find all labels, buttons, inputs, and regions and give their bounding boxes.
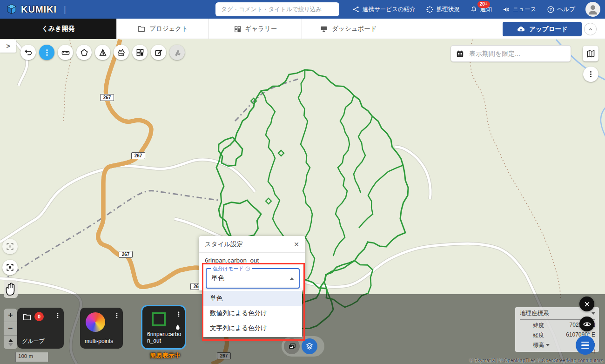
date-range-input[interactable]	[468, 49, 566, 58]
menu-option-string-column[interactable]: 文字列による色分け	[203, 321, 302, 336]
processing-icon	[426, 6, 434, 13]
map-attribution: © SkymatiX | © OpenMapTiles © OpenStreet…	[469, 357, 603, 363]
help-circle-icon[interactable]	[245, 266, 250, 271]
map-canvas[interactable]: 267 267 267 267 267 >	[0, 39, 605, 364]
pitch-toggle-button[interactable]	[4, 336, 17, 349]
top-bar: KUMIKI | 連携サービスの紹介 処理状況	[0, 0, 605, 19]
upload-button[interactable]: アップロード	[503, 22, 582, 36]
select-value: 単色	[211, 274, 224, 283]
tab-gallery-label: ギャラリー	[245, 25, 277, 33]
menu-option-numeric-column[interactable]: 数値列による色分け	[203, 306, 302, 321]
collapse-header-button[interactable]	[584, 23, 597, 35]
folder-icon	[137, 25, 146, 33]
road-badge-267: 267	[100, 94, 114, 101]
card-menu-icon[interactable]	[54, 311, 61, 320]
style-brush-button-disabled	[169, 45, 185, 60]
stream-line	[601, 107, 605, 137]
close-icon[interactable]: ✕	[294, 241, 299, 248]
tab-bar: くみき開発 プロジェクト ギャラリー ダッシュボード	[0, 19, 605, 39]
pitch-down-icon	[8, 343, 13, 346]
avatar[interactable]	[585, 2, 600, 17]
menu-fab-button[interactable]	[576, 336, 595, 355]
droplet-icon[interactable]	[174, 323, 182, 331]
close-icon	[584, 301, 591, 308]
map-toolbar	[20, 45, 185, 60]
zoom-out-label: −	[8, 324, 13, 333]
menu-option-single-color[interactable]: 単色	[203, 291, 302, 306]
layer-card-label: グループ	[22, 338, 45, 345]
photos-icon	[288, 342, 296, 351]
layer-card-label: multi-points	[85, 338, 113, 345]
nav-services[interactable]: 連携サービスの紹介	[352, 6, 416, 13]
zoom-in-button[interactable]: +	[4, 309, 17, 322]
focus-selection-button[interactable]	[2, 260, 18, 275]
brand[interactable]: KUMIKI |	[6, 0, 66, 19]
pitch-up-icon	[8, 339, 13, 342]
pan-tool-button[interactable]	[4, 280, 18, 298]
nav-notifications[interactable]: 通知 20+	[470, 6, 492, 13]
cone-icon	[98, 48, 108, 57]
cloud-upload-icon	[517, 25, 525, 34]
fit-bounds-button[interactable]	[2, 239, 18, 254]
card-menu-icon[interactable]	[175, 310, 182, 318]
pentagon-icon	[80, 48, 89, 57]
measure-distance-button[interactable]	[58, 45, 73, 60]
select-label-text: 色分けモード	[213, 265, 244, 272]
road-badge-267: 267	[119, 251, 133, 258]
chevron-down-icon	[592, 312, 595, 315]
layout-button[interactable]	[132, 45, 148, 60]
zoom-control: + −	[4, 309, 17, 349]
speaker-icon	[502, 6, 510, 13]
help-icon: ?	[547, 6, 555, 13]
tab-project-label: プロジェクト	[149, 25, 188, 33]
kumiki-logo-icon	[6, 3, 18, 15]
tool-menu-button-active[interactable]	[39, 45, 54, 60]
zoom-out-button[interactable]: −	[4, 322, 17, 336]
svg-text:?: ?	[550, 7, 552, 12]
edit-icon	[154, 48, 163, 57]
layer-card-group[interactable]: 0 グループ	[17, 308, 64, 349]
nav-help[interactable]: ? ヘルプ	[547, 6, 575, 13]
layers-toggle-button[interactable]	[302, 338, 317, 354]
tab-project[interactable]: プロジェクト	[116, 19, 208, 39]
style-brush-icon	[173, 48, 182, 57]
map-options-button[interactable]	[583, 67, 598, 82]
edit-button[interactable]	[151, 45, 166, 60]
brand-divider: |	[64, 5, 66, 14]
measure-volume-button[interactable]	[95, 45, 110, 60]
folder-icon	[22, 312, 32, 322]
elevation-label[interactable]: 標高	[533, 341, 550, 349]
elevation-button[interactable]	[114, 45, 129, 60]
zoom-in-label: +	[8, 310, 13, 320]
card-menu-icon[interactable]	[114, 311, 120, 320]
top-nav: 連携サービスの紹介 処理状況 通知 20+	[352, 0, 600, 19]
date-filter	[450, 45, 571, 62]
color-mode-select[interactable]: 色分けモード 単色	[206, 268, 300, 289]
layer-card-multipoints[interactable]: multi-points	[80, 308, 123, 349]
search-input[interactable]	[215, 2, 339, 16]
visibility-button[interactable]	[579, 317, 594, 331]
tab-dashboard[interactable]: ダッシュボード	[302, 19, 395, 39]
nav-news[interactable]: ニュース	[502, 6, 537, 13]
bell-icon	[470, 6, 477, 13]
tab-kumiki-dev[interactable]: くみき開発	[0, 19, 116, 39]
layers-icon	[305, 342, 314, 351]
layer-card-6rinpan-selected[interactable]: 6rinpan.carbon_out	[141, 305, 186, 350]
imagery-toggle-button[interactable]	[284, 338, 300, 354]
undo-button[interactable]	[20, 45, 36, 60]
notification-badge: 20+	[477, 1, 490, 8]
basemap-button[interactable]	[583, 46, 598, 61]
track-path	[235, 79, 298, 121]
select-label: 色分けモード	[211, 265, 252, 272]
undo-icon	[24, 48, 33, 57]
sidebar-expand-handle[interactable]: >	[0, 40, 16, 53]
measure-area-button[interactable]	[76, 45, 92, 60]
close-panel-button[interactable]	[579, 297, 594, 311]
chevron-up-icon	[289, 277, 294, 280]
nav-processing[interactable]: 処理状況	[426, 6, 460, 13]
dialog-header: スタイル設定 ✕	[199, 236, 305, 253]
latitude-label: 緯度	[533, 322, 544, 330]
tab-gallery[interactable]: ギャラリー	[208, 19, 302, 39]
group-count-badge: 0	[34, 312, 44, 321]
upload-button-label: アップロード	[529, 25, 568, 34]
